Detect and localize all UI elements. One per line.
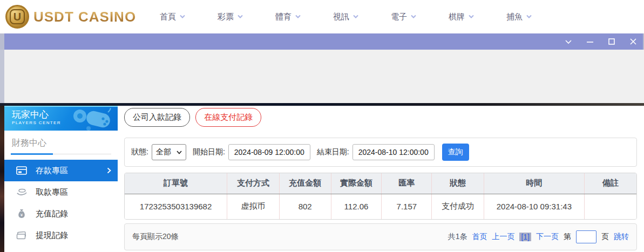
cell-remark bbox=[584, 194, 636, 219]
nav-item-home[interactable]: 首頁 bbox=[160, 12, 186, 22]
col-order-number: 訂單號 bbox=[125, 173, 227, 194]
cell-payment-method: 虚拟币 bbox=[227, 194, 280, 219]
chevron-down-icon bbox=[179, 15, 186, 19]
sidebar: 玩家中心 PLAYERS CENTER 財務中心 bbox=[4, 106, 118, 252]
sidebar-item-label: 充值記錄 bbox=[36, 209, 68, 219]
end-date-input[interactable] bbox=[352, 144, 435, 160]
total-count-text: 共1条 bbox=[448, 232, 467, 242]
chevron-down-icon bbox=[177, 151, 182, 154]
sidebar-item-withdraw-zone[interactable]: 取款專區 bbox=[4, 181, 118, 203]
col-status: 狀態 bbox=[432, 173, 484, 194]
records-table: 訂單號 支付方式 充值金額 實際金額 匯率 狀態 時間 備註 172325350… bbox=[125, 173, 636, 219]
top-nav-bar: U USDT CASINO 首頁 彩票 體育 視訊 電子 棋牌 捕魚 bbox=[0, 0, 644, 33]
page-jump-input[interactable] bbox=[576, 230, 596, 243]
jump-prefix-label: 第 bbox=[564, 232, 571, 242]
nav-item-sports[interactable]: 體育 bbox=[275, 12, 301, 22]
col-payment-method: 支付方式 bbox=[227, 173, 280, 194]
col-actual-amount: 實際金額 bbox=[331, 173, 382, 194]
table-header-row: 訂單號 支付方式 充值金額 實際金額 匯率 狀態 時間 備註 bbox=[125, 173, 636, 194]
deposit-card-icon bbox=[16, 166, 27, 175]
chevron-down-icon bbox=[468, 15, 474, 19]
end-date-label: 結束日期: bbox=[317, 147, 349, 157]
filter-bar: 狀態: 全部 開始日期: 結束日期: 查詢 bbox=[124, 138, 637, 167]
background-image-edge bbox=[0, 106, 4, 252]
brand-logo[interactable]: U USDT CASINO bbox=[5, 5, 140, 29]
sidebar-item-recharge-records[interactable]: ¥ 充值記錄 bbox=[4, 203, 118, 224]
nav-item-lottery[interactable]: 彩票 bbox=[218, 12, 243, 22]
jump-suffix-label: 页 bbox=[601, 232, 609, 242]
window-chevron-down-icon[interactable] bbox=[564, 37, 573, 46]
sidebar-item-label: 取款專區 bbox=[36, 187, 68, 197]
first-page-link[interactable]: 首页 bbox=[472, 232, 487, 242]
start-date-input[interactable] bbox=[228, 144, 310, 160]
page-size-text: 每頁顯示20條 bbox=[132, 232, 179, 242]
current-page-indicator: [1] bbox=[519, 233, 531, 241]
cell-status: 支付成功 bbox=[432, 194, 484, 219]
nav-item-live[interactable]: 視訊 bbox=[333, 12, 359, 22]
chevron-down-icon bbox=[526, 15, 532, 19]
main-panel: 公司入款記錄 在線支付記錄 狀態: 全部 開始日期: 結束日期: 查詢 bbox=[124, 106, 637, 250]
search-button[interactable]: 查詢 bbox=[442, 144, 469, 161]
record-tabs: 公司入款記錄 在線支付記錄 bbox=[124, 108, 637, 127]
window-title-bar bbox=[0, 33, 644, 50]
chevron-right-icon bbox=[107, 166, 111, 175]
underline-accent bbox=[11, 153, 53, 155]
cell-exchange-rate: 7.157 bbox=[382, 194, 432, 219]
next-page-link[interactable]: 下一页 bbox=[536, 232, 559, 242]
prev-page-link[interactable]: 上一页 bbox=[492, 232, 514, 242]
chevron-down-icon bbox=[237, 15, 243, 19]
cell-order-number: 1723253503139682 bbox=[125, 194, 227, 219]
cell-recharge-amount: 802 bbox=[279, 194, 331, 219]
table-row: 1723253503139682 虚拟币 802 112.06 7.157 支付… bbox=[125, 194, 636, 219]
svg-text:¥: ¥ bbox=[20, 213, 23, 217]
window-minimize-icon[interactable] bbox=[586, 37, 594, 46]
sidebar-item-label: 提現記錄 bbox=[36, 230, 68, 241]
tab-online-payment-records[interactable]: 在線支付記錄 bbox=[195, 108, 261, 127]
start-date-label: 開始日期: bbox=[193, 147, 225, 157]
section-underline bbox=[11, 154, 111, 154]
window-close-icon[interactable] bbox=[629, 37, 638, 46]
players-center-header: 玩家中心 PLAYERS CENTER bbox=[4, 106, 118, 131]
col-remark: 備註 bbox=[584, 173, 636, 194]
gold-coin-icon: U bbox=[5, 5, 29, 29]
wallet-icon bbox=[16, 231, 27, 240]
nav-item-board-games[interactable]: 棋牌 bbox=[449, 12, 474, 22]
pagination: 共1条 首页 上一页 [1] 下一页 第 页 跳转 bbox=[448, 230, 629, 243]
nav-item-fishing[interactable]: 捕魚 bbox=[506, 12, 532, 22]
sidebar-item-deposit-zone[interactable]: 存款專區 bbox=[4, 160, 118, 181]
tab-company-deposit-records[interactable]: 公司入款記錄 bbox=[124, 108, 190, 127]
records-table-container: 訂單號 支付方式 充值金額 實際金額 匯率 狀態 時間 備註 172325350… bbox=[124, 173, 637, 220]
withdraw-coins-icon bbox=[16, 188, 27, 196]
cell-actual-amount: 112.06 bbox=[331, 194, 382, 219]
table-footer: 每頁顯示20條 共1条 首页 上一页 [1] 下一页 第 页 跳转 bbox=[124, 223, 637, 250]
chevron-down-icon bbox=[410, 15, 417, 19]
moneybag-icon: ¥ bbox=[16, 209, 27, 219]
sidebar-item-withdrawal-records[interactable]: 提現記錄 bbox=[4, 224, 118, 246]
window-client-area bbox=[0, 50, 644, 103]
window-maximize-icon[interactable] bbox=[607, 37, 616, 46]
main-navigation: 首頁 彩票 體育 視訊 電子 棋牌 捕魚 bbox=[160, 12, 532, 22]
nav-item-slots[interactable]: 電子 bbox=[391, 12, 417, 22]
sidebar-item-label: 存款專區 bbox=[36, 166, 68, 176]
content-area: 玩家中心 PLAYERS CENTER 財務中心 bbox=[0, 106, 644, 252]
chevron-down-icon bbox=[352, 15, 359, 19]
gamepad-icon bbox=[72, 108, 114, 131]
status-select-value: 全部 bbox=[156, 147, 171, 157]
chevron-down-icon bbox=[295, 15, 301, 19]
col-recharge-amount: 充值金額 bbox=[279, 173, 331, 194]
finance-center-title: 財務中心 bbox=[12, 138, 110, 149]
status-label: 狀態: bbox=[131, 147, 148, 157]
brand-name: USDT CASINO bbox=[33, 9, 136, 25]
col-exchange-rate: 匯率 bbox=[382, 173, 432, 194]
col-time: 時間 bbox=[484, 173, 584, 194]
status-select[interactable]: 全部 bbox=[152, 144, 186, 160]
coin-letter: U bbox=[10, 9, 25, 24]
cell-time: 2024-08-10 09:31:43 bbox=[484, 194, 584, 219]
jump-button[interactable]: 跳转 bbox=[614, 232, 629, 242]
